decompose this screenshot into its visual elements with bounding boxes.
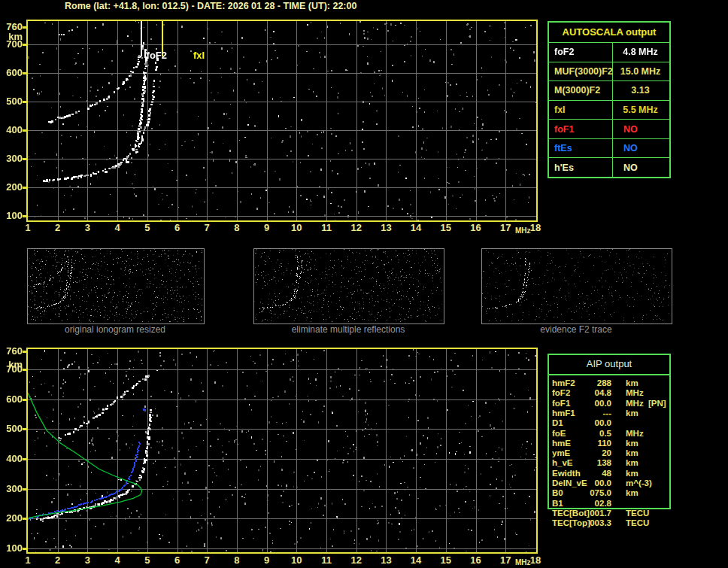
autoscala-row-label: h'Es xyxy=(554,163,574,173)
aip-row-unit: TECU xyxy=(626,518,649,528)
autoscala-row-label: fxI xyxy=(554,105,566,115)
table-row: hmE110km xyxy=(548,439,675,448)
bottom-ionogram-plot xyxy=(26,348,538,554)
x-tick-label: 4 xyxy=(106,555,129,566)
foF2-marker-label: foF2 xyxy=(142,50,167,61)
thumbnail-eliminate-canvas xyxy=(254,249,442,322)
autoscala-window: Rome (lat: +41.8, lon: 012.5) - DATE: 20… xyxy=(0,0,728,568)
table-row: B102.8 xyxy=(548,499,675,509)
thumbnail-original-canvas xyxy=(28,249,202,322)
thumbnail-caption-1: original ionogram resized xyxy=(27,324,203,335)
aip-row-value: 04.8 xyxy=(570,388,611,398)
aip-row-value: 02.8 xyxy=(570,499,611,509)
aip-row-value: 001.7 xyxy=(570,509,611,518)
x-tick-label: 3 xyxy=(76,555,99,566)
y-tick-mark xyxy=(23,428,27,430)
x-tick-label: 10 xyxy=(285,223,308,233)
aip-row-value: 075.0 xyxy=(570,488,611,498)
aip-row-unit: MHz xyxy=(626,429,644,439)
autoscala-row-value: NO xyxy=(613,143,668,153)
aip-row-label: foF2 xyxy=(552,388,570,398)
x-tick-label: 16 xyxy=(465,555,487,566)
y-tick-mark xyxy=(23,129,27,132)
thumbnail-caption-2: eliminate multiple reflections xyxy=(253,324,443,335)
autoscala-row-value: 15.0 MHz xyxy=(613,66,668,77)
x-tick-label: 8 xyxy=(226,223,248,233)
y-tick-mark xyxy=(23,26,27,29)
top-x-axis-unit: MHz xyxy=(515,226,535,235)
x-tick-label: 6 xyxy=(166,555,189,566)
aip-header-divider xyxy=(549,374,669,375)
x-tick-label: 6 xyxy=(166,223,189,233)
x-tick-label: 2 xyxy=(47,555,69,566)
x-tick-label: 8 xyxy=(226,555,248,566)
thumbnail-original-ionogram xyxy=(27,248,205,324)
autoscala-row-value: 3.13 xyxy=(613,85,668,96)
aip-row-unit: km xyxy=(626,448,639,458)
table-row: foF1NO xyxy=(549,119,669,138)
aip-row-value: 0.5 xyxy=(570,429,611,439)
y-tick-mark xyxy=(23,351,27,353)
autoscala-output-table: AUTOSCALA output foF24.8 MHzMUF(3000)F21… xyxy=(548,21,671,178)
x-tick-label: 4 xyxy=(106,223,129,233)
thumbnail-evidence-f2 xyxy=(481,248,672,324)
aip-row-unit: km xyxy=(626,439,639,448)
x-tick-label: 17 xyxy=(494,223,517,233)
table-row: foF204.8MHz xyxy=(548,388,675,398)
x-tick-label: 11 xyxy=(315,555,338,566)
aip-row-label: ymE xyxy=(552,448,570,458)
table-row: TEC[Top]003.3TECU xyxy=(548,518,675,528)
x-tick-label: 14 xyxy=(405,555,427,566)
y-tick-mark xyxy=(23,44,27,46)
x-tick-label: 1 xyxy=(17,555,39,566)
x-tick-label: 11 xyxy=(315,223,338,233)
y-tick-mark xyxy=(23,369,27,371)
x-tick-label: 3 xyxy=(76,223,99,233)
y-tick-label: 400 xyxy=(2,125,23,135)
table-row: h_vE138km xyxy=(548,458,675,468)
table-row: hmF1---km xyxy=(548,409,675,418)
table-row: foE0.5MHz xyxy=(548,429,675,439)
table-row: MUF(3000)F215.0 MHz xyxy=(549,62,669,81)
thumbnail-caption-3: evidence F2 trace xyxy=(481,324,671,335)
x-tick-label: 5 xyxy=(136,555,159,566)
top-ionogram-plot: foF2 fxI xyxy=(26,20,538,222)
y-tick-label: 100 xyxy=(2,543,23,554)
y-tick-mark xyxy=(23,158,27,160)
table-row: M(3000)F23.13 xyxy=(549,80,669,100)
table-row: fxI5.5 MHz xyxy=(549,100,669,120)
aip-row-label: B1 xyxy=(552,499,563,509)
autoscala-row-value: NO xyxy=(613,163,668,173)
aip-row-value: --- xyxy=(570,409,611,418)
x-tick-label: 9 xyxy=(256,223,278,233)
x-tick-label: 15 xyxy=(435,555,457,566)
table-row: B0075.0km xyxy=(548,488,675,498)
autoscala-table-title: AUTOSCALA output xyxy=(549,23,669,42)
aip-row-label: foE xyxy=(552,429,566,439)
x-tick-label: 5 xyxy=(136,223,159,233)
y-tick-label: 300 xyxy=(2,484,23,494)
x-tick-label: 7 xyxy=(196,555,218,566)
bottom-x-axis-unit: MHz xyxy=(515,558,535,566)
y-tick-label: 400 xyxy=(2,454,23,464)
autoscala-row-value: 5.5 MHz xyxy=(613,105,668,115)
autoscala-row-label: MUF(3000)F2 xyxy=(554,66,613,77)
y-tick-mark xyxy=(23,72,27,74)
aip-row-unit: km xyxy=(626,378,639,388)
table-row: foF24.8 MHz xyxy=(549,42,669,62)
y-tick-label: 300 xyxy=(2,153,23,164)
table-row: foF100.0MHz[PN] xyxy=(548,399,675,409)
x-tick-label: 14 xyxy=(405,223,427,233)
autoscala-row-label: M(3000)F2 xyxy=(554,85,600,96)
aip-row-label: B0 xyxy=(552,488,563,498)
fxI-marker-label: fxI xyxy=(193,50,216,61)
table-row: D100.0 xyxy=(548,418,675,428)
thumbnail-eliminate-reflections xyxy=(253,248,444,324)
aip-row-value: 288 xyxy=(570,378,611,388)
x-tick-label: 2 xyxy=(47,223,69,233)
x-tick-label: 10 xyxy=(285,555,308,566)
table-row: hmF2288km xyxy=(548,378,675,388)
aip-row-unit: km xyxy=(626,458,639,468)
aip-row-unit: km xyxy=(626,488,639,498)
aip-row-extra: [PN] xyxy=(648,399,666,409)
